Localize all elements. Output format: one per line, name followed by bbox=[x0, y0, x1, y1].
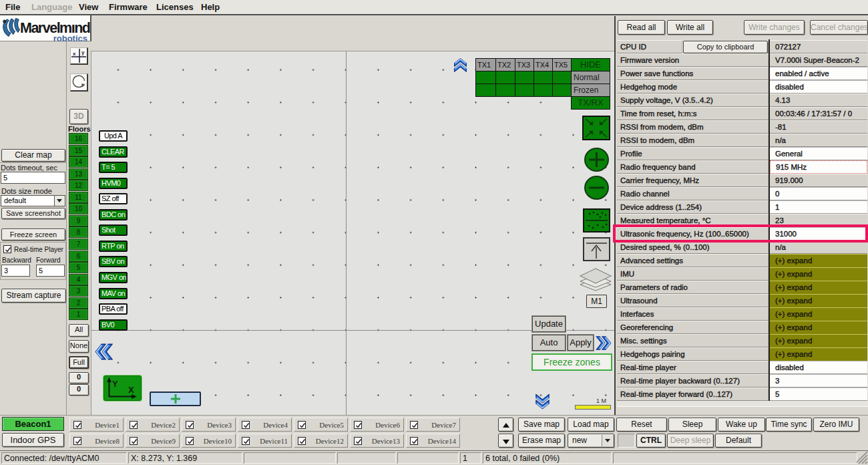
svg-text:X: X bbox=[128, 385, 134, 395]
svg-text:y: y bbox=[81, 49, 85, 55]
svg-text:Y: Y bbox=[112, 379, 118, 389]
svg-text:x: x bbox=[73, 51, 76, 57]
